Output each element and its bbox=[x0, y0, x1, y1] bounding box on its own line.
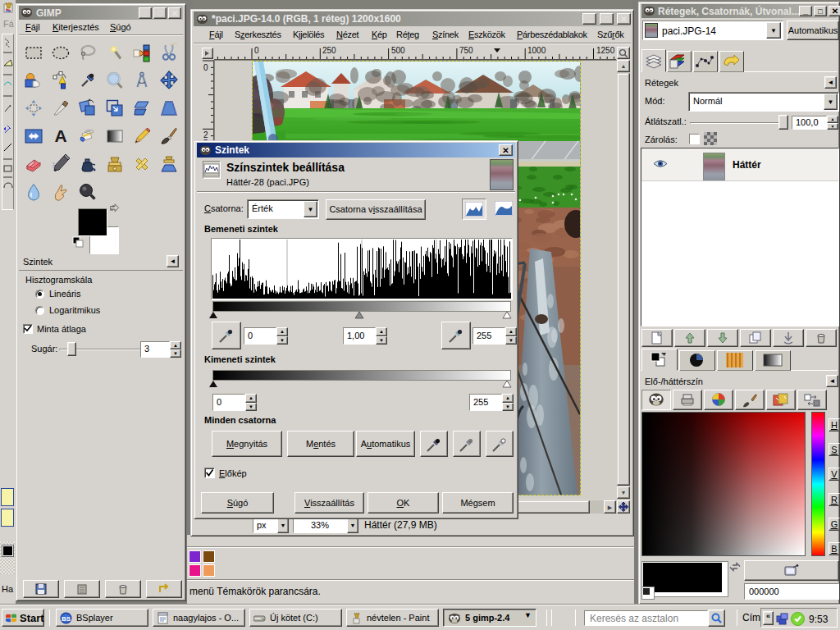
svg-text:0: 0 bbox=[254, 46, 259, 55]
svg-text:250: 250 bbox=[322, 46, 336, 55]
svg-text:750: 750 bbox=[459, 46, 473, 55]
svg-text:A: A bbox=[54, 126, 66, 145]
svg-text:500: 500 bbox=[391, 46, 405, 55]
svg-text:0: 0 bbox=[203, 63, 208, 72]
svg-text:1000: 1000 bbox=[527, 46, 546, 55]
svg-text:1250: 1250 bbox=[596, 46, 615, 55]
svg-text:BS: BS bbox=[62, 615, 71, 623]
